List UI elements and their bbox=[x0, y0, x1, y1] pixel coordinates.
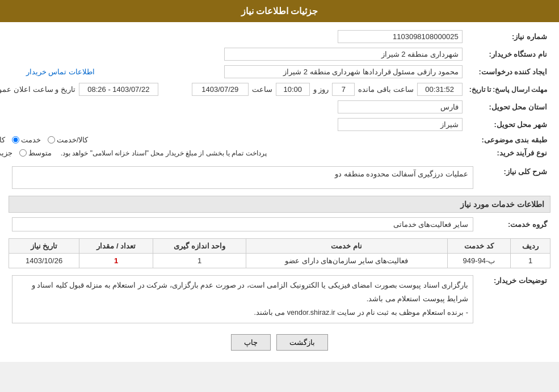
col-code: کد خدمت bbox=[447, 239, 511, 254]
creator-box: محمود رازقی مسئول قراردادها شهرداری منطق… bbox=[224, 65, 463, 78]
deadline-date-box: 1403/07/29 bbox=[192, 83, 249, 96]
announce-date-box: 1403/07/22 - 08:26 bbox=[79, 83, 158, 96]
deadline-time-label: ساعت bbox=[252, 85, 272, 94]
city-box: شیراز bbox=[338, 118, 463, 131]
row-unit: 1 bbox=[153, 254, 246, 268]
city-value: شیراز bbox=[0, 116, 466, 133]
group-box: سایر فعالیت‌های خدماتی bbox=[12, 217, 473, 231]
note-line-2: - برنده استعلام موظف به ثبت نام در سایت … bbox=[17, 306, 468, 320]
service-table: ردیف کد خدمت نام خدمت واحد اندازه گیری ت… bbox=[9, 238, 550, 268]
row-number: 1 bbox=[511, 254, 550, 268]
print-button[interactable]: چاپ bbox=[231, 334, 271, 351]
category-khadamat-option: خدمت bbox=[12, 136, 41, 144]
deadline-row: 00:31:52 ساعت باقی مانده 7 روز و 10:00 س… bbox=[0, 81, 466, 98]
purchase-jozii-option: جزیی bbox=[0, 149, 12, 157]
need-number-label: شماره نیاز: bbox=[466, 28, 550, 45]
deadline-label: مهلت ارسال پاسخ: تا تاریخ: bbox=[466, 81, 550, 98]
col-row: ردیف bbox=[511, 239, 550, 254]
group-label: گروه خدمت: bbox=[477, 215, 550, 234]
category-kala-label: کالا bbox=[0, 136, 5, 144]
creator-value: محمود رازقی مسئول قراردادها شهرداری منطق… bbox=[98, 63, 466, 81]
sharh-label: شرح کلی نیاز: bbox=[477, 164, 550, 191]
sharh-value-cell: عملیات درزگیری آسفالت محدوده منطقه دو bbox=[9, 164, 477, 191]
buyer-org-label: نام دستگاه خریدار: bbox=[466, 45, 550, 63]
row-name: فعالیت‌های سایر سازمان‌های دارای عضو bbox=[246, 254, 447, 268]
purchase-motavaset-label: متوسط bbox=[28, 149, 52, 157]
city-label: شهر محل تحویل: bbox=[466, 116, 550, 133]
category-row: کالا/خدمت خدمت کالا bbox=[0, 133, 466, 146]
province-value: فارس bbox=[0, 98, 466, 116]
category-khadamat-radio[interactable] bbox=[12, 136, 19, 144]
purchase-note: پرداخت تمام یا بخشی از مبلغ خریدار محل "… bbox=[61, 149, 267, 157]
note-line-1: بارگزاری اسناد پیوست بصورت امضای فیزیکی … bbox=[17, 279, 468, 306]
row-count: 1 bbox=[79, 254, 153, 268]
col-name: نام خدمت bbox=[246, 239, 447, 254]
category-kala-khadamat-option: کالا/خدمت bbox=[48, 136, 89, 144]
purchase-motavaset-option: متوسط bbox=[19, 149, 52, 157]
info-table: شماره نیاز: 1103098108000025 نام دستگاه … bbox=[0, 28, 550, 159]
sharh-table: شرح کلی نیاز: عملیات درزگیری آسفالت محدو… bbox=[9, 164, 550, 191]
province-box: فارس bbox=[338, 100, 463, 113]
row-date: 1403/10/26 bbox=[9, 254, 79, 268]
category-kala-option: کالا bbox=[0, 136, 5, 144]
notes-value-cell: بارگزاری اسناد پیوست بصورت امضای فیزیکی … bbox=[9, 273, 477, 326]
page-container: جزئیات اطلاعات نیاز شماره نیاز: 11030981… bbox=[0, 0, 559, 362]
purchase-jozii-label: جزیی bbox=[0, 149, 12, 157]
notes-label: توضیحات خریدار: bbox=[477, 273, 550, 326]
buyer-org-box: شهرداری منطقه 2 شیراز bbox=[224, 48, 463, 61]
need-number-box: 1103098108000025 bbox=[338, 30, 463, 43]
page-header: جزئیات اطلاعات نیاز bbox=[0, 0, 559, 22]
announce-label: تاریخ و ساعت اعلان عمومی: bbox=[0, 85, 75, 94]
creator-label: ایجاد کننده درخواست: bbox=[466, 63, 550, 81]
col-date: تاریخ نیاز bbox=[9, 239, 79, 254]
sharh-box: عملیات درزگیری آسفالت محدوده منطقه دو bbox=[12, 166, 473, 189]
remaining-time-box: 00:31:52 bbox=[417, 83, 463, 96]
category-khadamat-label: خدمت bbox=[21, 136, 41, 144]
province-label: استان محل تحویل: bbox=[466, 98, 550, 116]
deadline-day-label: روز و bbox=[313, 85, 329, 94]
page-title: جزئیات اطلاعات نیاز bbox=[241, 6, 318, 16]
contact-link[interactable]: اطلاعات تماس خریدار bbox=[26, 68, 95, 76]
notes-table: توضیحات خریدار: بارگزاری اسناد پیوست بصو… bbox=[9, 273, 550, 326]
col-unit: واحد اندازه گیری bbox=[153, 239, 246, 254]
category-label: طبقه بندی موضوعی: bbox=[466, 133, 550, 146]
category-kala-khadamat-label: کالا/خدمت bbox=[57, 136, 89, 144]
buyer-org-value: شهرداری منطقه 2 شیراز bbox=[0, 45, 466, 63]
row-code: ب-94-949 bbox=[447, 254, 511, 268]
purchase-motavaset-radio[interactable] bbox=[19, 149, 27, 157]
deadline-time-box: 10:00 bbox=[276, 83, 310, 96]
button-row: بازگشت چاپ bbox=[9, 334, 550, 351]
category-kala-khadamat-radio[interactable] bbox=[48, 136, 55, 144]
table-row: 1 ب-94-949 فعالیت‌های سایر سازمان‌های دا… bbox=[9, 254, 550, 268]
col-count: تعداد / مقدار bbox=[79, 239, 153, 254]
notes-box: بارگزاری اسناد پیوست بصورت امضای فیزیکی … bbox=[12, 275, 473, 323]
back-button[interactable]: بازگشت bbox=[276, 334, 328, 351]
remaining-label: ساعت باقی مانده bbox=[358, 85, 413, 94]
purchase-type-label: نوع فرآیند خرید: bbox=[466, 146, 550, 159]
need-number-value: 1103098108000025 bbox=[110, 28, 466, 45]
purchase-type-row: پرداخت تمام یا بخشی از مبلغ خریدار محل "… bbox=[0, 146, 466, 159]
group-table: گروه خدمت: سایر فعالیت‌های خدماتی bbox=[9, 215, 550, 234]
deadline-day-box: 7 bbox=[332, 83, 355, 96]
group-value-cell: سایر فعالیت‌های خدماتی bbox=[9, 215, 477, 234]
service-section-header: اطلاعات خدمات مورد نیاز bbox=[9, 196, 550, 213]
main-content: شماره نیاز: 1103098108000025 نام دستگاه … bbox=[0, 22, 559, 362]
